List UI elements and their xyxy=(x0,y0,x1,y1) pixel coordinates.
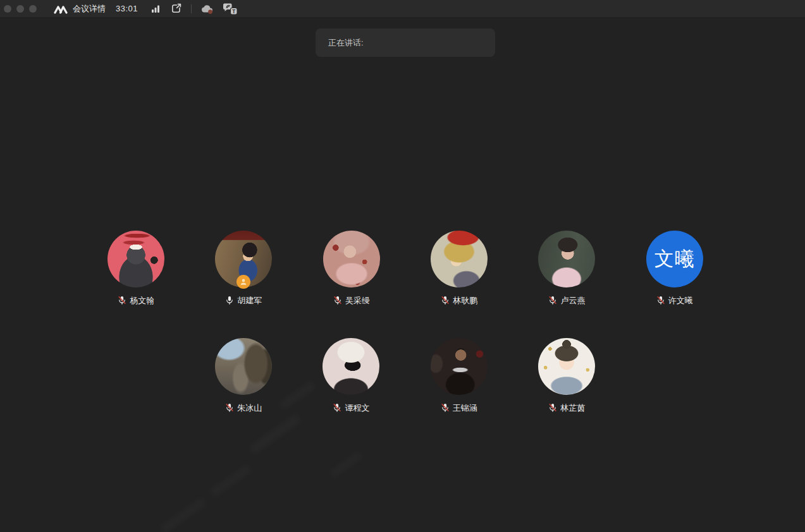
share-icon[interactable] xyxy=(171,3,182,14)
translate-caption-icon[interactable]: T xyxy=(223,2,238,15)
mic-on-icon xyxy=(225,295,234,306)
participant-tile[interactable]: 林芷茵 xyxy=(513,338,620,413)
speaking-banner: 正在讲话: xyxy=(316,28,495,57)
zoom-button[interactable] xyxy=(29,5,37,13)
window-controls xyxy=(4,5,37,13)
participant-name: 谭程文 xyxy=(345,402,369,414)
avatar xyxy=(431,231,488,287)
participant-name: 杨文翰 xyxy=(130,295,154,306)
mic-muted-icon xyxy=(441,402,450,413)
participant-name: 吴采缦 xyxy=(345,295,370,306)
watermark xyxy=(161,498,206,532)
mic-muted-icon xyxy=(333,402,341,413)
signal-strength-icon[interactable] xyxy=(151,4,161,13)
avatar xyxy=(431,338,488,395)
participant-name: 林芷茵 xyxy=(560,402,585,414)
avatar xyxy=(215,231,272,287)
participant-name: 朱冰山 xyxy=(237,402,262,414)
participant-tile[interactable]: 林耿鹏 xyxy=(405,231,513,306)
cloud-record-icon[interactable] xyxy=(200,3,215,15)
participant-name: 林耿鹏 xyxy=(453,295,477,306)
minimize-button[interactable] xyxy=(16,5,24,13)
participant-tile[interactable]: 胡建军 xyxy=(190,231,297,306)
titlebar: 会议详情 33:01 T xyxy=(0,0,805,17)
watermark xyxy=(211,465,251,497)
avatar xyxy=(215,338,272,395)
mic-muted-icon xyxy=(656,295,665,306)
avatar-initials: 文曦 xyxy=(654,246,695,272)
participant-tile[interactable]: 谭程文 xyxy=(297,338,405,413)
avatar xyxy=(538,231,595,287)
participant-name: 胡建军 xyxy=(237,295,262,306)
translate-badge-letter: T xyxy=(232,9,235,15)
participant-name: 王锦涵 xyxy=(453,402,477,414)
speaking-label: 正在讲话: xyxy=(328,37,364,49)
meeting-title: 会议详情 xyxy=(73,3,106,15)
participant-tile[interactable]: 文曦 许文曦 xyxy=(621,231,728,306)
watermark xyxy=(330,452,362,477)
participant-tile[interactable]: 王锦涵 xyxy=(405,338,513,413)
close-button[interactable] xyxy=(4,5,11,13)
watermark xyxy=(249,414,301,454)
participant-tile[interactable]: 吴采缦 xyxy=(298,231,405,306)
participant-tile[interactable]: 杨文翰 xyxy=(82,231,190,306)
participant-row-2: 朱冰山 谭程文 王锦涵 xyxy=(190,338,621,413)
participant-name: 卢云燕 xyxy=(560,295,585,306)
meeting-timer: 33:01 xyxy=(116,4,138,13)
mic-muted-icon xyxy=(441,295,450,306)
meeting-window: { "titlebar": { "title": "会议详情", "timer"… xyxy=(0,0,805,532)
avatar xyxy=(538,338,595,395)
titlebar-divider xyxy=(191,4,192,13)
participant-row-1: 杨文翰 胡建军 xyxy=(82,231,728,306)
participant-name: 许文曦 xyxy=(668,295,693,306)
mic-muted-icon xyxy=(118,295,126,306)
avatar xyxy=(108,231,164,287)
avatar xyxy=(323,231,380,287)
avatar: 文曦 xyxy=(646,231,703,287)
avatar xyxy=(323,338,379,395)
participant-tile[interactable]: 朱冰山 xyxy=(190,338,297,413)
mic-muted-icon xyxy=(548,402,557,413)
mic-muted-icon xyxy=(333,295,342,306)
participant-tile[interactable]: 卢云燕 xyxy=(513,231,620,306)
mic-muted-icon xyxy=(548,295,557,306)
mic-muted-icon xyxy=(225,402,234,413)
meeting-logo-icon xyxy=(53,4,68,14)
host-badge-icon xyxy=(237,275,250,289)
